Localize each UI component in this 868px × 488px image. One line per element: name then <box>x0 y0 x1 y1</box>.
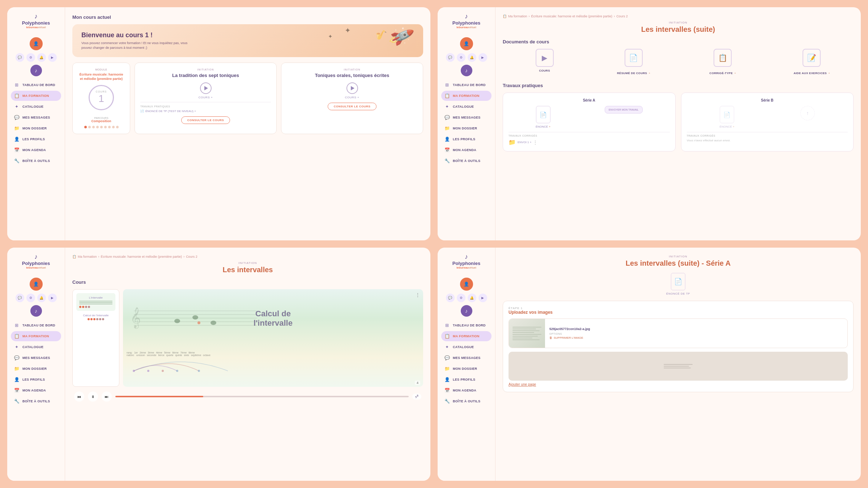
user-avatar[interactable]: ♪ <box>30 65 42 76</box>
sidebar3-messages[interactable]: 💬 MES MESSAGES <box>11 353 61 363</box>
pause-btn[interactable]: ⏸ <box>88 391 98 402</box>
course-card-1: INITIATION La tradition des sept tonique… <box>135 63 277 134</box>
logo-area: ♪ Polyphonies lebureauvirtuel <box>22 13 50 29</box>
chat-icon-p2[interactable]: 💬 <box>446 53 455 62</box>
sidebar-item-dossier[interactable]: 📁 MON DOSSIER <box>11 123 61 133</box>
sidebar2-formation[interactable]: 📋 MA FORMATION <box>441 91 492 101</box>
alert-icon-p4[interactable]: 🔔 <box>468 294 476 302</box>
add-page-link[interactable]: Ajouter une page <box>509 382 848 386</box>
sidebar3-profils[interactable]: 👤 LES PROFILS <box>11 374 61 385</box>
sidebar2-messages[interactable]: 💬 MES MESSAGES <box>441 112 492 123</box>
chat-icon-p4[interactable]: 💬 <box>446 294 455 302</box>
folder-icon: 📁 <box>14 125 20 131</box>
grid-icon: ⊞ <box>14 82 20 88</box>
play-button-2[interactable] <box>346 82 358 94</box>
delete-option[interactable]: 🗑 SUPPRIMER L'IMAGE <box>549 336 590 339</box>
sidebar-item-boite-outils[interactable]: 🔧 BOÎTE À OUTILS <box>11 156 61 166</box>
course-number-card: MODULE Écriture musicale: harmonie et mé… <box>72 63 130 134</box>
sidebar-item-messages[interactable]: 💬 MES MESSAGES <box>11 112 61 123</box>
settings-icon-p3[interactable]: ⚙ <box>26 294 35 302</box>
chat-icon[interactable]: 💬 <box>16 53 24 62</box>
sidebar4-messages[interactable]: 💬 MES MESSAGES <box>441 353 492 363</box>
play-triangle-2 <box>351 86 354 90</box>
envoyer-btn-a[interactable]: ENVOYER MON TRAVAIL <box>605 106 642 114</box>
avatar-p2[interactable]: 👤 <box>460 37 473 50</box>
alert-icon-p3[interactable]: 🔔 <box>37 294 46 302</box>
play-icon-p2[interactable]: ▶ <box>478 53 487 62</box>
play-button-1[interactable] <box>200 82 212 94</box>
avatar-p4[interactable]: 👤 <box>460 278 473 291</box>
sidebar4-dossier[interactable]: 📁 MON DOSSIER <box>441 364 492 374</box>
settings-icon-p4[interactable]: ⚙ <box>457 294 465 302</box>
progress-bar[interactable] <box>115 396 409 397</box>
second-image-placeholder <box>509 352 848 381</box>
breadcrumb-p2: 📋 Ma formation › Écriture musicale: harm… <box>503 14 854 18</box>
sidebar2-profils[interactable]: 👤 LES PROFILS <box>441 134 492 144</box>
sidebar2-agenda[interactable]: 📅 MON AGENDA <box>441 145 492 155</box>
sidebar2-catalogue[interactable]: ✦ CATALOGUE <box>441 102 492 112</box>
svg-point-10 <box>133 370 135 372</box>
options-label: OPTIONS <box>549 333 590 335</box>
star-icon-p3: ✦ <box>14 344 20 350</box>
sidebar3-tableau[interactable]: ⊞ TABLEAU DE BORD <box>11 320 61 330</box>
doc-aide-icon-box[interactable]: 📝 <box>803 49 821 67</box>
logo-area-p3: ♪ Polyphonies lebureauvirtuel <box>22 253 50 269</box>
play-icon[interactable]: ▶ <box>48 53 57 62</box>
sidebar3-formation[interactable]: 📋 MA FORMATION <box>11 331 61 341</box>
play-icon-p4[interactable]: ▶ <box>478 294 487 302</box>
sidebar-item-agenda[interactable]: 📅 MON AGENDA <box>11 145 61 155</box>
envoi-menu-icon[interactable]: ⋮ <box>533 140 537 145</box>
sidebar-item-tableau-bord[interactable]: ⊞ TABLEAU DE BORD <box>11 80 61 90</box>
sidebar4-boite[interactable]: 🔧 BOÎTE À OUTILS <box>441 396 492 406</box>
sidebar3-agenda[interactable]: 📅 MON AGENDA <box>11 385 61 395</box>
prev-btn[interactable]: ⏮ <box>74 391 84 402</box>
image-filename: 529jac05772con10a2-a.jpg <box>549 327 590 331</box>
settings-icon-p2[interactable]: ⚙ <box>457 53 465 62</box>
slide-menu-icon[interactable]: ⋮ <box>415 292 420 298</box>
sidebar-item-profils[interactable]: 👤 LES PROFILS <box>11 134 61 144</box>
doc-cours-icon-box[interactable]: ▶ <box>536 49 554 67</box>
sidebar2-boite[interactable]: 🔧 BOÎTE À OUTILS <box>441 156 492 166</box>
doc-aide-sublabel: + <box>828 72 830 74</box>
enonce-icon-a[interactable]: 📄 <box>536 106 550 123</box>
avatar-p3[interactable]: 👤 <box>30 278 43 291</box>
settings-icon[interactable]: ⚙ <box>26 53 35 62</box>
enonce-icon-b[interactable]: 📄 <box>720 106 734 123</box>
doc-corrige-sublabel: + <box>735 72 736 74</box>
sidebar3-dossier[interactable]: 📁 MON DOSSIER <box>11 364 61 374</box>
next-btn[interactable]: ⏭ <box>102 391 112 402</box>
alert-icon-p2[interactable]: 🔔 <box>468 53 476 62</box>
consult-btn-2[interactable]: CONSULTER LE COURS <box>328 103 377 110</box>
star-decoration1: ✦ <box>345 26 351 35</box>
dot-2 <box>88 126 91 128</box>
user-avatar-p3[interactable]: ♪ <box>30 305 42 317</box>
sidebar-item-ma-formation[interactable]: 📋 MA FORMATION <box>11 91 61 101</box>
sidebar4-catalogue[interactable]: ✦ CATALOGUE <box>441 342 492 352</box>
sidebar-item-catalogue[interactable]: ✦ CATALOGUE <box>11 102 61 112</box>
sidebar2-dossier[interactable]: 📁 MON DOSSIER <box>441 123 492 133</box>
doc-corrige-icon-box[interactable]: 📋 <box>714 49 732 67</box>
sidebar4-agenda[interactable]: 📅 MON AGENDA <box>441 385 492 395</box>
line-3 <box>79 304 112 304</box>
sidebar3-boite[interactable]: 🔧 BOÎTE À OUTILS <box>11 396 61 406</box>
sidebar4-formation[interactable]: 📋 MA FORMATION <box>441 331 492 341</box>
doc-resume-icon-box[interactable]: 📄 <box>625 49 643 67</box>
avatar[interactable]: 👤 <box>30 37 43 50</box>
sidebar2-tableau[interactable]: ⊞ TABLEAU DE BORD <box>441 80 492 90</box>
chat-icon-p3[interactable]: 💬 <box>16 294 24 302</box>
alert-icon[interactable]: 🔔 <box>37 53 46 62</box>
sidebar4-tableau[interactable]: ⊞ TABLEAU DE BORD <box>441 320 492 330</box>
travaux-title: Travaux pratiques <box>503 83 854 88</box>
user-avatar-p4[interactable]: ♪ <box>461 305 472 317</box>
icon-row: 💬 ⚙ 🔔 ▶ <box>16 53 57 62</box>
consult-btn-1[interactable]: CONSULTER LE COURS <box>181 116 230 124</box>
play-icon-p3[interactable]: ▶ <box>48 294 57 302</box>
user-avatar-p2[interactable]: ♪ <box>461 65 472 76</box>
slide-1[interactable]: L'intervalle <box>76 293 115 311</box>
document-icon: 📄 <box>629 53 638 62</box>
slide-1-lines <box>79 301 112 304</box>
sidebar4-profils[interactable]: 👤 LES PROFILS <box>441 374 492 385</box>
message-icon-p4: 💬 <box>444 355 450 361</box>
sidebar3-catalogue[interactable]: ✦ CATALOGUE <box>11 342 61 352</box>
enonce-tp-doc-icon[interactable]: 📄 <box>671 273 685 290</box>
